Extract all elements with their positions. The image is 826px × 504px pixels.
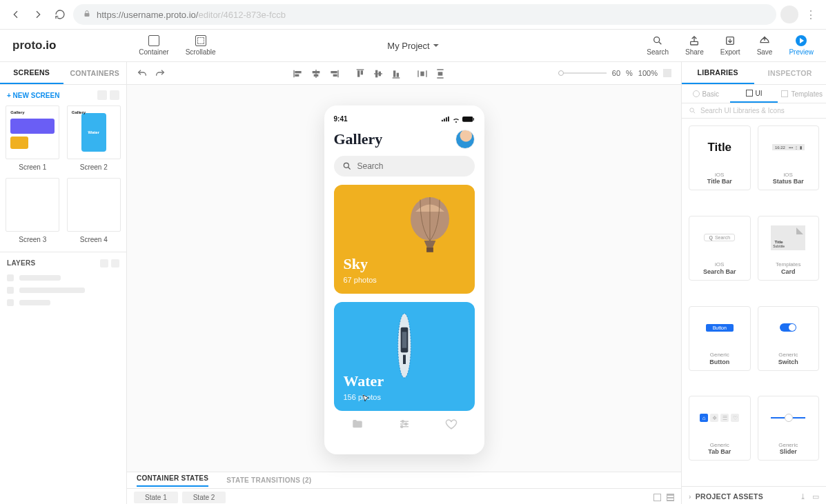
preview-button[interactable]: Preview bbox=[789, 35, 814, 56]
filter-basic[interactable]: Basic bbox=[682, 85, 730, 103]
project-assets-title[interactable]: PROJECT ASSETS bbox=[696, 492, 763, 501]
search-icon bbox=[689, 107, 696, 114]
lock-icon bbox=[83, 10, 91, 20]
dist-v-icon[interactable] bbox=[435, 68, 446, 78]
tab-libraries[interactable]: LIBRARIES bbox=[682, 62, 754, 84]
project-title-dropdown[interactable]: My Project bbox=[387, 41, 438, 51]
view-toggle-2[interactable] bbox=[110, 90, 119, 100]
align-vcenter-icon[interactable] bbox=[373, 68, 384, 78]
reload-icon[interactable] bbox=[51, 6, 69, 23]
browser-more-icon[interactable]: ⋮ bbox=[803, 8, 819, 21]
svg-rect-22 bbox=[442, 120, 443, 121]
canvas[interactable]: 9:41 Gallery Search bbox=[127, 85, 681, 504]
left-sidebar: + NEW SCREEN Gallery Screen 1 GalleryWat… bbox=[0, 85, 127, 504]
tab-inspector[interactable]: INSPECTOR bbox=[754, 62, 827, 84]
export-button[interactable]: Export bbox=[720, 35, 740, 56]
assets-folder-icon[interactable]: ▭ bbox=[812, 492, 819, 501]
filter-ui[interactable]: UI bbox=[730, 85, 778, 103]
svg-point-39 bbox=[690, 108, 694, 112]
svg-rect-7 bbox=[295, 74, 299, 76]
screen-thumb[interactable]: Screen 3 bbox=[6, 178, 60, 243]
redo-icon[interactable] bbox=[155, 68, 166, 78]
insert-container-button[interactable]: Container bbox=[139, 35, 168, 56]
wifi-icon bbox=[452, 116, 460, 123]
library-item[interactable]: Q Search iOSSearch Bar bbox=[689, 216, 751, 281]
back-icon[interactable] bbox=[7, 6, 25, 23]
gallery-card[interactable]: Sky 67 photos bbox=[334, 185, 475, 294]
forward-icon[interactable] bbox=[29, 6, 47, 23]
view-toggle-1[interactable] bbox=[97, 90, 107, 100]
screen-thumb[interactable]: Gallery Screen 1 bbox=[6, 105, 60, 171]
sliders-icon[interactable] bbox=[397, 418, 411, 434]
tab-screens[interactable]: SCREENS bbox=[0, 62, 63, 84]
screen-thumb[interactable]: Screen 4 bbox=[67, 178, 121, 243]
battery-icon bbox=[462, 116, 475, 123]
svg-rect-24 bbox=[445, 118, 446, 122]
assets-upload-icon[interactable]: ⤓ bbox=[800, 492, 806, 501]
phone-frame[interactable]: 9:41 Gallery Search bbox=[324, 105, 484, 454]
state-chip[interactable]: State 2 bbox=[182, 492, 226, 503]
new-screen-button[interactable]: + NEW SCREEN bbox=[7, 92, 59, 99]
url-bar[interactable]: https://username.proto.io/editor/4612-87… bbox=[73, 4, 776, 25]
tab-state-transitions[interactable]: STATE TRANSITIONS (2) bbox=[226, 476, 311, 484]
align-left-icon[interactable] bbox=[293, 68, 304, 78]
zoom-slider[interactable] bbox=[558, 72, 607, 74]
svg-rect-23 bbox=[443, 119, 444, 121]
view-grid-icon[interactable] bbox=[653, 494, 661, 501]
library-search-input[interactable]: Search UI Libraries & Icons bbox=[682, 103, 826, 119]
screen-thumb[interactable]: GalleryWater Screen 2 bbox=[67, 105, 121, 171]
svg-rect-0 bbox=[85, 13, 90, 17]
svg-rect-16 bbox=[394, 71, 395, 77]
gallery-card[interactable]: Water 156 photos bbox=[334, 302, 475, 411]
search-icon bbox=[652, 35, 663, 46]
layer-row[interactable] bbox=[7, 287, 119, 294]
view-list-icon[interactable] bbox=[667, 494, 674, 501]
zoom-display[interactable]: 100% bbox=[638, 69, 658, 77]
library-item[interactable]: TitleSubtitle TemplatesCard bbox=[758, 216, 820, 281]
align-top-icon[interactable] bbox=[355, 68, 366, 78]
heart-icon[interactable] bbox=[444, 418, 458, 434]
dist-h-icon[interactable] bbox=[417, 68, 428, 78]
logo[interactable]: proto.io bbox=[12, 39, 56, 52]
zoom-unit: % bbox=[626, 69, 633, 77]
align-right-icon[interactable] bbox=[328, 68, 340, 78]
layers-toggle[interactable] bbox=[111, 259, 119, 268]
search-input[interactable]: Search bbox=[334, 156, 475, 177]
svg-point-1 bbox=[654, 37, 660, 43]
share-icon bbox=[689, 35, 700, 46]
svg-rect-17 bbox=[397, 73, 399, 77]
chevron-right-icon[interactable]: › bbox=[689, 492, 691, 501]
align-hcenter-icon[interactable] bbox=[311, 68, 322, 78]
ui-icon bbox=[746, 90, 753, 97]
align-bottom-icon[interactable] bbox=[391, 68, 402, 78]
layer-row[interactable] bbox=[7, 274, 119, 281]
screen-label: Screen 2 bbox=[80, 163, 108, 171]
layers-toggle[interactable] bbox=[100, 259, 108, 268]
library-item[interactable]: Button GenericButton bbox=[689, 306, 751, 371]
filter-templates[interactable]: Templates bbox=[778, 85, 826, 103]
save-button[interactable]: Save bbox=[757, 35, 773, 56]
zoom-fit-icon[interactable] bbox=[663, 69, 671, 77]
tab-containers[interactable]: CONTAINERS bbox=[63, 62, 127, 84]
svg-rect-9 bbox=[315, 74, 318, 76]
layer-row[interactable] bbox=[7, 299, 119, 306]
avatar[interactable] bbox=[455, 130, 475, 149]
library-item[interactable]: GenericSlider bbox=[758, 396, 820, 461]
profile-avatar[interactable] bbox=[780, 6, 798, 23]
state-chip[interactable]: State 1 bbox=[134, 492, 178, 503]
library-item[interactable]: ⌂❖☰♡ GenericTab Bar bbox=[689, 396, 751, 461]
folder-icon[interactable] bbox=[351, 418, 364, 434]
basic-icon bbox=[693, 90, 700, 97]
insert-scrollable-button[interactable]: Scrollable bbox=[186, 35, 216, 56]
tab-container-states[interactable]: CONTAINER STATES bbox=[137, 474, 208, 487]
library-search-placeholder: Search UI Libraries & Icons bbox=[700, 107, 785, 114]
library-item[interactable]: GenericSwitch bbox=[758, 306, 820, 371]
share-button[interactable]: Share bbox=[685, 35, 704, 56]
library-item[interactable]: Title iOSTitle Bar bbox=[689, 125, 751, 190]
undo-icon[interactable] bbox=[137, 68, 148, 78]
library-item[interactable]: 16:22 ••• ⋮ ▮ iOSStatus Bar bbox=[758, 125, 820, 190]
search-button[interactable]: Search bbox=[647, 35, 669, 56]
svg-point-38 bbox=[400, 425, 402, 427]
svg-point-36 bbox=[402, 421, 404, 423]
screen-label: Screen 4 bbox=[80, 236, 108, 243]
